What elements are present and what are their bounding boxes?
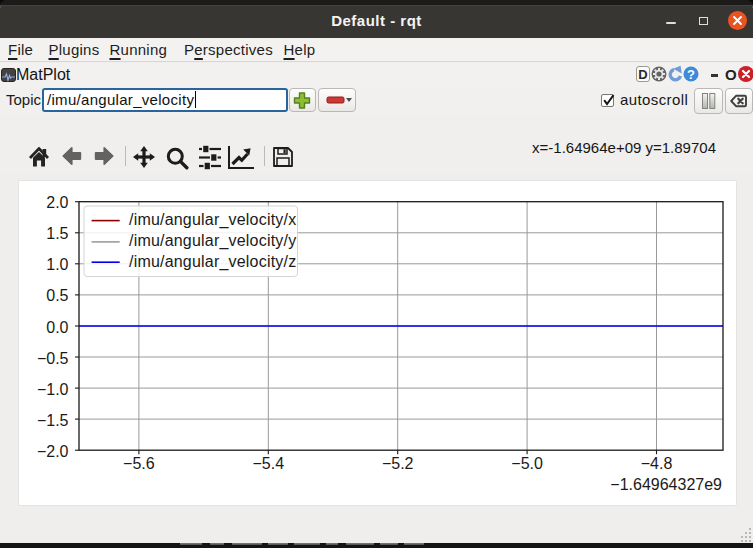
svg-text:−5.2: −5.2 bbox=[382, 455, 414, 472]
svg-text:/imu/angular_velocity/y: /imu/angular_velocity/y bbox=[129, 232, 296, 250]
svg-text:?: ? bbox=[687, 67, 695, 82]
svg-text:1.0: 1.0 bbox=[46, 256, 68, 273]
svg-text:−2.0: −2.0 bbox=[37, 443, 69, 460]
svg-text:1.5: 1.5 bbox=[46, 225, 68, 242]
svg-text:0.5: 0.5 bbox=[46, 287, 68, 304]
svg-text:−5.4: −5.4 bbox=[253, 455, 285, 472]
svg-text:0.0: 0.0 bbox=[46, 319, 68, 336]
svg-text:−1.0: −1.0 bbox=[37, 381, 69, 398]
svg-text:−5.0: −5.0 bbox=[511, 455, 543, 472]
svg-text:D: D bbox=[638, 67, 647, 82]
svg-text:/imu/angular_velocity/z: /imu/angular_velocity/z bbox=[129, 253, 296, 271]
svg-text:2.0: 2.0 bbox=[46, 194, 68, 211]
svg-text:−1.64964327e9: −1.64964327e9 bbox=[610, 476, 722, 493]
svg-text:−1.5: −1.5 bbox=[37, 412, 69, 429]
svg-text:/imu/angular_velocity/x: /imu/angular_velocity/x bbox=[129, 211, 296, 229]
svg-text:−0.5: −0.5 bbox=[37, 350, 69, 367]
svg-text:−5.6: −5.6 bbox=[123, 455, 155, 472]
svg-text:−4.8: −4.8 bbox=[641, 455, 673, 472]
